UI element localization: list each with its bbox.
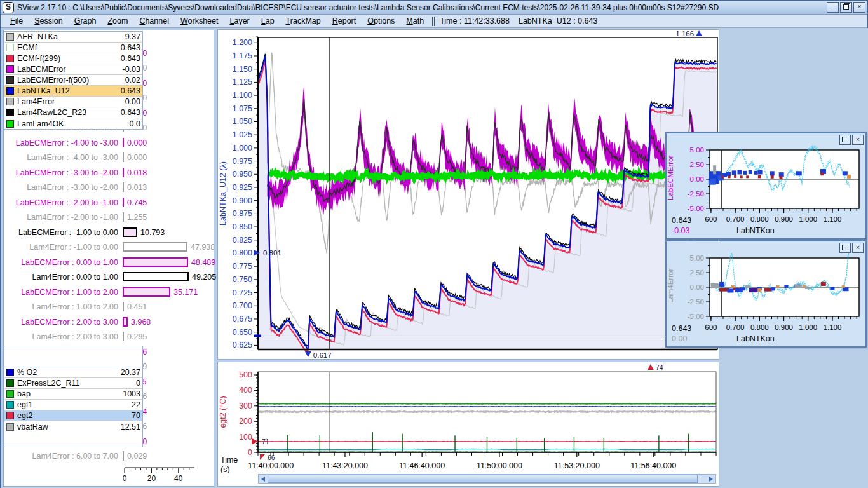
menu-session[interactable]: Session <box>29 15 68 27</box>
menu-layer[interactable]: Layer <box>224 15 255 27</box>
bottom-chart-panel[interactable]: 0100200300400500egt2 (°C)11:40:00.00011:… <box>217 362 719 487</box>
histogram-row: Lam4Error : -4.00 to -3.000.000 <box>5 150 214 165</box>
channel-row-lam4error[interactable]: Lam4Error0.00 <box>4 97 142 107</box>
channel-color-swatch <box>6 423 14 431</box>
channel-list-bottom: % O220.37ExPressL2C_R110bap1003egt122egt… <box>4 367 143 447</box>
status-time: Time : 11:42:33.688 <box>440 17 519 25</box>
svg-text:1.100: 1.100 <box>824 323 842 331</box>
channel-name: ECMf-f(299) <box>17 54 121 63</box>
channel-name: bap <box>17 390 123 398</box>
menu-math[interactable]: Math <box>400 15 430 27</box>
scatter-window-labecmerror[interactable]: × 5.002.500.00-2.50-5.006000.7000.8000.9… <box>665 132 867 240</box>
channel-value: 0.643 <box>121 54 140 63</box>
channel-name: ExPressL2C_R11 <box>17 379 136 388</box>
channel-row-lamlam4ok[interactable]: LamLam4OK0.0 <box>4 118 142 129</box>
scroll-right-arrow-icon[interactable] <box>707 475 715 483</box>
histogram-value: 0.029 <box>127 452 147 461</box>
menu-zoom[interactable]: Zoom <box>102 15 133 27</box>
menu-worksheet[interactable]: Worksheet <box>175 15 224 27</box>
channel-row-ecmf-f-299-[interactable]: ECMf-f(299)0.643 <box>4 53 142 64</box>
histogram-label: Lam4Error : -1.00 to 0.00 <box>5 243 123 252</box>
scroll-thumb[interactable] <box>268 475 698 483</box>
svg-text:0.725: 0.725 <box>233 288 252 297</box>
svg-text:71: 71 <box>262 438 269 445</box>
histogram-bar <box>123 182 124 192</box>
channel-color-swatch <box>6 76 14 84</box>
window-title: SView 2.17.10 : C:\Users\Public\Document… <box>17 3 825 12</box>
channel-color-swatch <box>6 87 14 95</box>
maximize-button[interactable] <box>839 135 851 145</box>
channel-row-labecmerror-f-500-[interactable]: LabECMError-f(500)0.02 <box>4 75 142 86</box>
channel-row--o2[interactable]: % O220.37 <box>4 367 142 378</box>
channel-row-labntka-u12[interactable]: LabNTKa_U120.643 <box>4 86 142 97</box>
menu-channel[interactable]: Channel <box>133 15 175 27</box>
menu-trackmap[interactable]: TrackMap <box>280 15 327 27</box>
svg-text:-5.00: -5.00 <box>688 313 704 320</box>
histogram-row: Lam4Error : -3.00 to -2.000.013 <box>5 180 214 194</box>
histogram-bar <box>123 302 124 311</box>
svg-text:0.650: 0.650 <box>233 328 252 337</box>
channel-color-swatch <box>6 390 14 398</box>
menu-file[interactable]: File <box>4 15 29 27</box>
svg-text:0.00: 0.00 <box>690 283 704 291</box>
minimize-button[interactable]: _ <box>827 2 839 13</box>
histogram-value: 0.745 <box>127 198 147 207</box>
scatter1-plot[interactable]: 5.002.500.00-2.50-5.006000.7000.8000.900… <box>667 145 865 224</box>
time-scrollbar[interactable] <box>258 474 716 484</box>
histogram-row: LabECMError : 0.00 to 1.0048.489 <box>5 255 214 269</box>
scatter-window-lam4error[interactable]: × 5.002.500.00-2.50-5.006000.7000.8000.9… <box>665 240 867 348</box>
channel-row-egt1[interactable]: egt122 <box>4 400 142 410</box>
channel-row-egt2[interactable]: egt270 <box>4 410 142 421</box>
menu-lap[interactable]: Lap <box>255 15 280 27</box>
histogram-label: Lam4Error : -2.00 to -1.00 <box>5 213 123 222</box>
histogram-row: Lam4Error : 1.00 to 2.000.451 <box>5 299 214 314</box>
main-chart-panel[interactable]: 0.6250.6500.6750.7000.7250.7500.7750.800… <box>217 29 719 360</box>
histogram-row: LabECMError : -4.00 to -3.000.000 <box>5 135 214 150</box>
histogram-bar <box>123 168 124 177</box>
close-button[interactable]: × <box>852 135 864 145</box>
channel-row-ecmf[interactable]: ECMf0.643 <box>4 43 142 53</box>
channel-value: 0.643 <box>121 108 140 117</box>
channel-row-lam4rawl2c-r23[interactable]: Lam4RawL2C_R230.643 <box>4 107 142 118</box>
svg-text:0.875: 0.875 <box>233 209 252 218</box>
scatter2-plot[interactable]: 5.002.500.00-2.50-5.006000.7000.8000.900… <box>667 253 865 332</box>
channel-row-afr-ntka[interactable]: AFR_NTKa9.37 <box>4 32 142 43</box>
close-button[interactable]: × <box>853 2 865 13</box>
channel-color-swatch <box>6 379 14 387</box>
scroll-left-arrow-icon[interactable] <box>259 475 268 483</box>
svg-text:500: 500 <box>239 370 252 379</box>
channel-value: 9.37 <box>125 32 140 41</box>
svg-text:0.800: 0.800 <box>233 248 252 257</box>
channel-value: 0 <box>136 379 140 388</box>
channel-row-vbatraw[interactable]: vbatRaw12.51 <box>4 421 142 432</box>
svg-text:5.00: 5.00 <box>690 146 704 154</box>
menu-graph[interactable]: Graph <box>69 15 102 27</box>
histogram-value: 48.489 <box>191 258 215 267</box>
channel-value: 12.51 <box>121 423 140 431</box>
maximize-button[interactable] <box>839 243 851 253</box>
channel-value: 1003 <box>123 390 140 398</box>
channel-row-labecmerror[interactable]: LabECMError-0.03 <box>4 64 142 75</box>
histogram-label: LabECMError : -4.00 to -3.00 <box>5 139 123 147</box>
channel-row-expressl2c-r11[interactable]: ExPressL2C_R110 <box>4 378 142 389</box>
menu-report[interactable]: Report <box>327 15 362 27</box>
close-button[interactable]: × <box>852 243 864 253</box>
histogram-value: 10.793 <box>140 228 165 237</box>
status-channel: LabNTKa_U12 : 0.643 <box>519 17 606 25</box>
histogram-label: Lam4Error : -4.00 to -3.00 <box>5 153 123 162</box>
scatter1-cursor-y-value: -0.03 <box>672 226 690 235</box>
histogram-value: 0.000 <box>127 139 147 147</box>
channel-row-bap[interactable]: bap1003 <box>4 389 142 400</box>
svg-text:300: 300 <box>239 402 252 410</box>
histogram-value: 1.255 <box>127 213 147 222</box>
svg-text:egt2 (°C): egt2 (°C) <box>219 396 227 428</box>
svg-text:1.125: 1.125 <box>233 78 252 86</box>
histogram-value: 0.451 <box>127 302 147 311</box>
bottom-chart[interactable]: 0100200300400500egt2 (°C)11:40:00.00011:… <box>218 362 719 473</box>
restore-button[interactable] <box>840 2 852 13</box>
menu-options[interactable]: Options <box>362 15 400 27</box>
main-chart[interactable]: 0.6250.6500.6750.7000.7250.7500.7750.800… <box>218 30 719 359</box>
svg-text:0.700: 0.700 <box>726 215 745 223</box>
svg-text:11:43:20.000: 11:43:20.000 <box>322 461 368 470</box>
channel-value: 0.0 <box>130 119 140 128</box>
